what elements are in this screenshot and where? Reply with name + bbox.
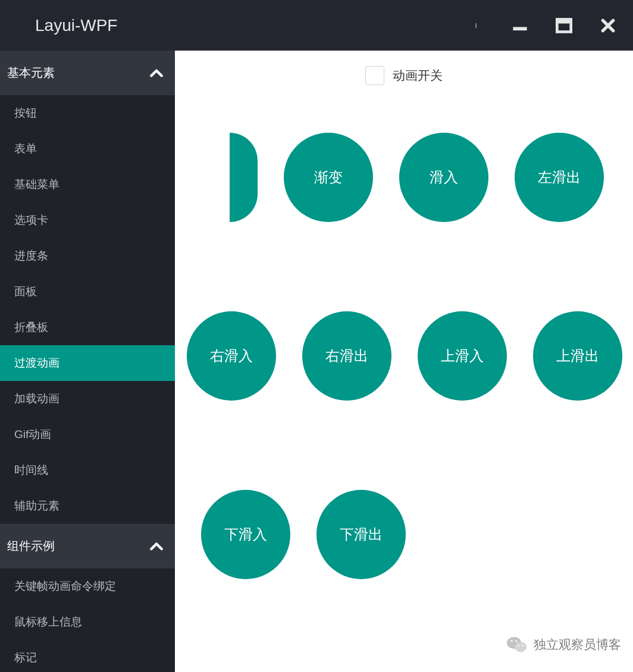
minimize-icon[interactable] (509, 15, 531, 36)
sidebar-item-progress[interactable]: 进度条 (0, 238, 175, 274)
sidebar-item-label: 进度条 (14, 248, 48, 264)
sidebar-item-label: 鼠标移上信息 (14, 614, 82, 630)
circle-label: 左滑出 (538, 168, 581, 187)
svg-point-9 (515, 640, 517, 642)
animation-circle-slideright-out[interactable]: 右滑出 (302, 311, 391, 401)
footer-brand: 独立观察员博客 (506, 634, 621, 655)
circle-row: 右滑入 右滑出 上滑入 上滑出 (187, 311, 621, 401)
sidebar-item-label: Gif动画 (14, 427, 51, 442)
circle-label: 滑入 (430, 168, 458, 187)
sidebar-item-transition[interactable]: 过渡动画 (0, 345, 175, 381)
svg-rect-5 (557, 19, 571, 23)
circle-row: 渐变 滑入 左滑出 (187, 133, 621, 222)
sidebar-group-label: 基本元素 (7, 65, 55, 81)
svg-point-10 (518, 645, 519, 647)
animation-circle-slideup-out[interactable]: 上滑出 (533, 311, 622, 401)
animation-circle-slideleft-out[interactable]: 左滑出 (515, 133, 604, 222)
circle-label: 渐变 (314, 168, 343, 187)
sidebar-item-panel[interactable]: 面板 (0, 274, 175, 310)
circle-row: 下滑入 下滑出 (187, 490, 621, 579)
circle-label: 上滑入 (441, 346, 484, 365)
sidebar-item-form[interactable]: 表单 (0, 131, 175, 167)
svg-point-7 (515, 642, 527, 652)
sidebar-item-label: 面板 (14, 284, 37, 299)
animation-circle-slideup-in[interactable]: 上滑入 (418, 311, 507, 401)
animation-circle-slidedown-out[interactable]: 下滑出 (316, 490, 406, 579)
sidebar-item-label: 辅助元素 (14, 498, 59, 514)
svg-point-2 (475, 26, 477, 27)
chevron-up-icon (149, 539, 164, 554)
circle-label: 上滑出 (556, 346, 599, 365)
svg-point-8 (510, 640, 512, 642)
sidebar-item-label: 标记 (14, 650, 37, 665)
circle-label: 右滑入 (210, 346, 253, 365)
sidebar-item-collapse[interactable]: 折叠板 (0, 310, 175, 345)
footer-brand-text: 独立观察员博客 (534, 636, 621, 653)
svg-rect-3 (513, 27, 527, 30)
sidebar-item-button[interactable]: 按钮 (0, 95, 175, 131)
sidebar-item-label: 过渡动画 (14, 355, 59, 371)
circle-label: 下滑入 (224, 525, 267, 544)
sidebar-item-auxiliary[interactable]: 辅助元素 (0, 488, 175, 524)
sidebar-item-keyframe[interactable]: 关键帧动画命令绑定 (0, 568, 175, 604)
svg-point-11 (522, 645, 524, 647)
sidebar-item-timeline[interactable]: 时间线 (0, 452, 175, 488)
animation-switch-row: 动画开关 (175, 51, 633, 97)
sidebar-item-label: 关键帧动画命令绑定 (14, 579, 116, 594)
animation-switch-label: 动画开关 (393, 67, 443, 84)
app-title: Layui-WPF (14, 16, 117, 35)
animation-circle-fade[interactable]: 渐变 (284, 133, 373, 222)
sidebar-item-label: 折叠板 (14, 320, 48, 335)
animation-circle-partial[interactable] (230, 133, 258, 222)
window-controls (465, 15, 619, 36)
sidebar-item-label: 选项卡 (14, 212, 48, 228)
close-icon[interactable] (597, 15, 619, 36)
sidebar-item-label: 基础菜单 (14, 177, 59, 192)
main-content: 动画开关 渐变 滑入 左滑出 右滑入 右滑出 上滑入 上滑出 下滑入 下滑出 (175, 51, 633, 672)
sidebar: 基本元素 按钮 表单 基础菜单 选项卡 进度条 面板 折叠板 过渡动画 加载动画… (0, 51, 175, 672)
sidebar-group-label: 组件示例 (7, 538, 55, 554)
sidebar-item-label: 加载动画 (14, 391, 59, 407)
titlebar: Layui-WPF (0, 0, 633, 51)
animation-circle-slidein[interactable]: 滑入 (399, 133, 488, 222)
sidebar-item-gif[interactable]: Gif动画 (0, 417, 175, 452)
circles-container: 渐变 滑入 左滑出 右滑入 右滑出 上滑入 上滑出 下滑入 下滑出 (175, 97, 633, 591)
circle-label: 下滑出 (340, 525, 383, 544)
sidebar-item-label: 按钮 (14, 105, 37, 121)
circle-label: 右滑出 (325, 346, 368, 365)
sidebar-item-label: 表单 (14, 141, 37, 157)
sidebar-item-label: 时间线 (14, 462, 48, 478)
svg-point-1 (475, 25, 477, 26)
animation-circle-slideright-in[interactable]: 右滑入 (187, 311, 276, 401)
chevron-up-icon (149, 65, 164, 81)
sidebar-item-hover[interactable]: 鼠标移上信息 (0, 604, 175, 640)
sidebar-group-basic[interactable]: 基本元素 (0, 51, 175, 95)
sidebar-item-menu[interactable]: 基础菜单 (0, 167, 175, 202)
animation-circle-slidedown-in[interactable]: 下滑入 (201, 490, 290, 579)
sidebar-item-badge[interactable]: 标记 (0, 640, 175, 672)
svg-point-0 (475, 23, 477, 24)
sidebar-group-components[interactable]: 组件示例 (0, 524, 175, 568)
maximize-icon[interactable] (553, 15, 575, 36)
sidebar-item-tabs[interactable]: 选项卡 (0, 202, 175, 238)
wechat-icon (506, 634, 528, 655)
animation-switch-checkbox[interactable] (365, 66, 384, 85)
sidebar-item-loading[interactable]: 加载动画 (0, 381, 175, 417)
more-icon[interactable] (465, 15, 487, 36)
